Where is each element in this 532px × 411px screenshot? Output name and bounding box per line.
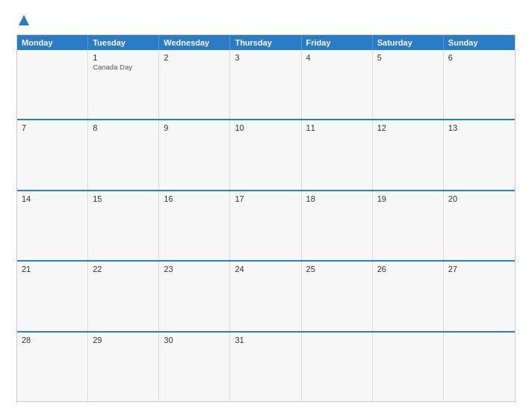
cal-cell: 29	[88, 333, 159, 401]
cal-cell: 13	[444, 120, 515, 189]
day-number: 10	[235, 123, 296, 132]
cal-cell: 8	[88, 120, 159, 189]
day-number: 23	[164, 265, 225, 274]
cal-cell: 21	[17, 262, 88, 330]
logo	[16, 13, 31, 27]
day-number: 12	[377, 123, 439, 132]
cal-week-3: 14151617181920	[17, 190, 515, 260]
day-number: 14	[22, 194, 83, 203]
cal-cell: 16	[159, 191, 230, 260]
cal-cell: 24	[230, 262, 301, 330]
cal-cell: 2	[159, 50, 230, 119]
cal-cell: 9	[159, 120, 230, 189]
day-number: 9	[164, 123, 225, 132]
day-number: 31	[235, 336, 296, 344]
cal-cell: 6	[444, 50, 515, 119]
day-number: 15	[93, 194, 154, 203]
cal-cell: 23	[159, 262, 230, 330]
cal-cell: 28	[17, 333, 88, 401]
day-number: 22	[93, 265, 154, 274]
day-number: 27	[448, 265, 510, 274]
cal-header-friday: Friday	[302, 35, 373, 50]
cal-cell: 15	[88, 191, 159, 260]
cal-header-tuesday: Tuesday	[88, 35, 159, 50]
cal-week-1: 1Canada Day23456	[17, 50, 515, 119]
cal-cell	[373, 333, 444, 401]
header	[16, 13, 516, 27]
cal-cell: 27	[444, 262, 515, 330]
cal-cell	[302, 333, 373, 401]
cal-cell: 10	[230, 120, 301, 189]
cal-cell: 3	[230, 50, 301, 119]
cal-cell: 12	[373, 120, 444, 189]
logo-icon	[17, 13, 31, 27]
cal-cell: 17	[230, 191, 301, 260]
cal-week-5: 28293031	[17, 331, 515, 401]
day-number: 28	[22, 336, 83, 344]
day-number: 20	[448, 194, 510, 203]
cal-header-monday: Monday	[17, 35, 88, 50]
day-number: 1	[93, 53, 154, 62]
cal-cell: 25	[302, 262, 373, 330]
cal-cell: 4	[302, 50, 373, 119]
day-number: 7	[22, 123, 83, 132]
holiday-label: Canada Day	[93, 63, 154, 71]
page: MondayTuesdayWednesdayThursdayFridaySatu…	[0, 0, 532, 411]
day-number: 13	[448, 123, 510, 132]
cal-cell: 7	[17, 120, 88, 189]
day-number: 6	[448, 53, 510, 62]
cal-header-thursday: Thursday	[230, 35, 301, 50]
cal-cell: 19	[373, 191, 444, 260]
svg-marker-0	[19, 15, 29, 25]
day-number: 30	[164, 336, 225, 344]
cal-cell: 30	[159, 333, 230, 401]
cal-cell: 18	[302, 191, 373, 260]
cal-week-2: 78910111213	[17, 119, 515, 189]
cal-cell: 20	[444, 191, 515, 260]
day-number: 24	[235, 265, 296, 274]
cal-cell: 5	[373, 50, 444, 119]
day-number: 21	[22, 265, 83, 274]
day-number: 11	[306, 123, 368, 132]
day-number: 19	[377, 194, 439, 203]
day-number: 26	[377, 265, 439, 274]
day-number: 17	[235, 194, 296, 203]
day-number: 3	[235, 53, 296, 62]
cal-header-saturday: Saturday	[373, 35, 444, 50]
calendar-header-row: MondayTuesdayWednesdayThursdayFridaySatu…	[17, 35, 515, 50]
day-number: 2	[164, 53, 225, 62]
cal-cell: 31	[230, 333, 301, 401]
day-number: 25	[306, 265, 368, 274]
cal-cell: 1Canada Day	[88, 50, 159, 119]
cal-header-wednesday: Wednesday	[159, 35, 230, 50]
calendar: MondayTuesdayWednesdayThursdayFridaySatu…	[16, 34, 516, 402]
day-number: 18	[306, 194, 368, 203]
day-number: 29	[93, 336, 154, 344]
cal-header-sunday: Sunday	[444, 35, 515, 50]
cal-cell: 22	[88, 262, 159, 330]
day-number: 8	[93, 123, 154, 132]
cal-cell: 11	[302, 120, 373, 189]
day-number: 16	[164, 194, 225, 203]
day-number: 4	[306, 53, 368, 62]
cal-cell: 14	[17, 191, 88, 260]
cal-cell: 26	[373, 262, 444, 330]
cal-cell	[444, 333, 515, 401]
weeks-container: 1Canada Day23456789101112131415161718192…	[17, 50, 515, 401]
cal-week-4: 21222324252627	[17, 260, 515, 330]
day-number: 5	[377, 53, 439, 62]
cal-cell	[17, 50, 88, 119]
